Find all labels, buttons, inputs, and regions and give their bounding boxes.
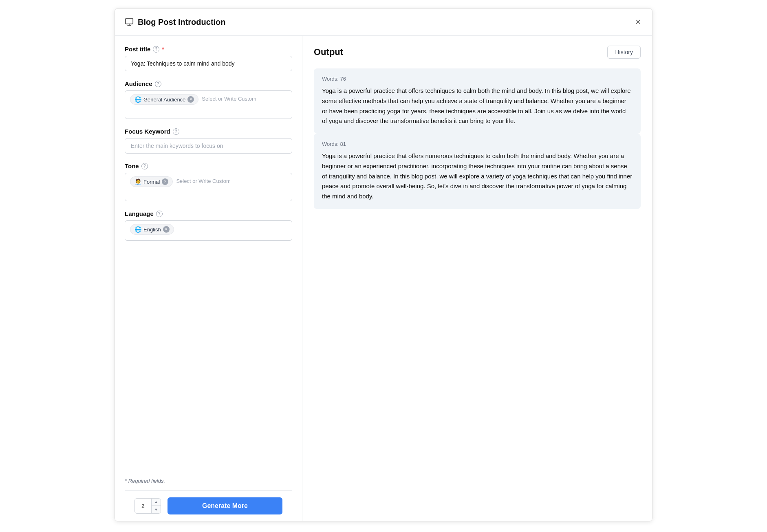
spinner-arrows: ▲ ▼	[151, 499, 161, 513]
language-tag-text: English	[143, 226, 161, 233]
output-card: Words: 76 Yoga is a powerful practice th…	[314, 68, 641, 134]
word-count: Words: 76	[322, 76, 633, 82]
focus-keyword-label: Focus Keyword ?	[125, 128, 292, 135]
tone-label: Tone ?	[125, 163, 292, 169]
tone-help-icon[interactable]: ?	[141, 163, 148, 169]
monitor-icon	[125, 18, 134, 26]
required-note: * Required fields.	[125, 475, 292, 490]
output-text: Yoga is a powerful practice that offers …	[322, 86, 633, 126]
language-label: Language ?	[125, 210, 292, 217]
main-content: Post title ? * Audience ? 🌐 General Audi…	[115, 36, 652, 521]
bottom-bar: ▲ ▼ Generate More	[125, 490, 292, 521]
tone-tag: 🧑‍💼 Formal ×	[130, 176, 173, 187]
language-tag-emoji: 🌐	[134, 226, 141, 233]
focus-keyword-help-icon[interactable]: ?	[173, 128, 179, 135]
audience-group: Audience ? 🌐 General Audience × Select o…	[125, 80, 292, 119]
output-card: Words: 81 Yoga is a powerful practice th…	[314, 134, 641, 209]
audience-help-icon[interactable]: ?	[155, 81, 161, 87]
spinner-up[interactable]: ▲	[152, 499, 161, 506]
output-text: Yoga is a powerful practice that offers …	[322, 151, 633, 202]
output-cards-container: Words: 76 Yoga is a powerful practice th…	[314, 68, 641, 209]
audience-tag-text: General Audience	[143, 97, 185, 103]
audience-label: Audience ?	[125, 80, 292, 87]
generate-more-button[interactable]: Generate More	[168, 497, 282, 514]
page-title: Blog Post Introduction	[138, 18, 226, 27]
post-title-help-icon[interactable]: ?	[153, 46, 159, 53]
tone-placeholder: Select or Write Custom	[175, 176, 231, 186]
post-title-label: Post title ? *	[125, 46, 292, 53]
left-panel: Post title ? * Audience ? 🌐 General Audi…	[115, 36, 302, 521]
audience-tag-remove[interactable]: ×	[187, 96, 194, 103]
language-tag-remove[interactable]: ×	[163, 226, 170, 233]
right-panel: Output History Words: 76 Yoga is a power…	[302, 36, 652, 521]
svg-rect-0	[126, 19, 133, 24]
audience-input-box[interactable]: 🌐 General Audience × Select or Write Cus…	[125, 90, 292, 119]
app-window: Blog Post Introduction × Post title ? * …	[115, 8, 652, 521]
quantity-stepper[interactable]: ▲ ▼	[134, 498, 161, 514]
tone-tag-text: Formal	[143, 179, 160, 185]
word-count: Words: 81	[322, 141, 633, 147]
header: Blog Post Introduction ×	[115, 9, 652, 36]
audience-tag-emoji: 🌐	[134, 96, 141, 103]
post-title-input[interactable]	[125, 56, 292, 71]
language-group: Language ? 🌐 English ×	[125, 210, 292, 241]
header-left: Blog Post Introduction	[125, 18, 226, 27]
output-header: Output History	[314, 46, 641, 59]
focus-keyword-input[interactable]	[125, 138, 292, 154]
tone-tag-emoji: 🧑‍💼	[134, 178, 141, 185]
language-input-box[interactable]: 🌐 English ×	[125, 220, 292, 241]
spinner-down[interactable]: ▼	[152, 506, 161, 513]
tone-group: Tone ? 🧑‍💼 Formal × Select or Write Cust…	[125, 163, 292, 201]
close-button[interactable]: ×	[634, 16, 642, 28]
history-button[interactable]: History	[607, 46, 641, 59]
spinner-input[interactable]	[135, 499, 151, 512]
audience-placeholder: Select or Write Custom	[201, 94, 257, 103]
language-tag: 🌐 English ×	[130, 224, 174, 235]
audience-tag: 🌐 General Audience ×	[130, 94, 198, 105]
output-title: Output	[314, 47, 343, 57]
language-help-icon[interactable]: ?	[156, 211, 163, 217]
required-star: *	[162, 46, 164, 53]
tone-input-box[interactable]: 🧑‍💼 Formal × Select or Write Custom	[125, 173, 292, 201]
post-title-group: Post title ? *	[125, 46, 292, 71]
tone-tag-remove[interactable]: ×	[162, 178, 168, 185]
focus-keyword-group: Focus Keyword ?	[125, 128, 292, 154]
